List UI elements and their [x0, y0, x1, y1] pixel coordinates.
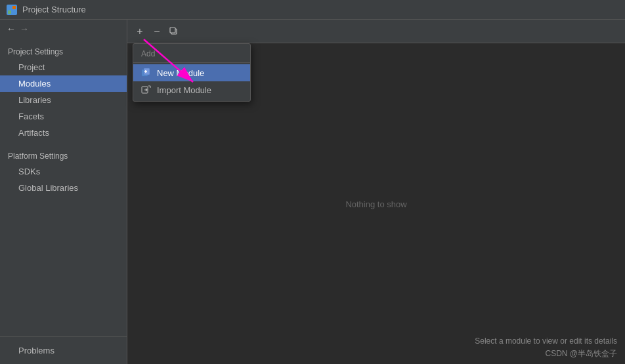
- svg-rect-0: [8, 6, 11, 9]
- sidebar-item-libraries[interactable]: Libraries: [0, 92, 127, 108]
- sidebar-bottom: Problems: [0, 336, 127, 364]
- toolbar: + −: [127, 20, 625, 43]
- dropdown-header: Add: [133, 47, 250, 63]
- import-module-icon: [141, 85, 152, 95]
- remove-button[interactable]: −: [150, 24, 164, 39]
- svg-rect-5: [170, 28, 175, 33]
- dropdown-item-new-module[interactable]: New Module: [133, 64, 250, 81]
- platform-settings-header: Platform Settings: [0, 148, 127, 163]
- sidebar-item-problems[interactable]: Problems: [0, 342, 127, 359]
- sidebar-nav: Project Settings Project Modules Librari…: [0, 38, 127, 201]
- watermark-text: CSDN @半岛铁盒子: [545, 348, 617, 359]
- add-button[interactable]: +: [133, 24, 147, 39]
- nothing-to-show-text: Nothing to show: [345, 199, 406, 209]
- nav-arrows: ← →: [0, 20, 127, 38]
- import-module-label: Import Module: [157, 85, 211, 95]
- copy-button[interactable]: [167, 24, 181, 39]
- title-bar-text: Project Structure: [22, 5, 86, 14]
- new-module-label: New Module: [157, 68, 204, 78]
- sidebar: ← → Project Settings Project Modules Lib…: [0, 20, 127, 364]
- dropdown-item-import-module[interactable]: Import Module: [133, 81, 250, 98]
- back-arrow[interactable]: ←: [7, 24, 16, 34]
- sidebar-item-artifacts[interactable]: Artifacts: [0, 125, 127, 141]
- svg-rect-1: [12, 6, 16, 9]
- sidebar-item-modules[interactable]: Modules: [0, 75, 127, 92]
- dropdown-menu: Add New Module: [133, 43, 251, 102]
- svg-rect-2: [8, 10, 11, 14]
- status-bar: Select a module to view or edit its deta…: [467, 331, 625, 364]
- forward-arrow[interactable]: →: [20, 24, 29, 34]
- title-bar: Project Structure: [0, 0, 625, 20]
- new-module-icon: [141, 68, 152, 78]
- select-module-text: Select a module to view or edit its deta…: [475, 336, 617, 346]
- sidebar-item-sdks[interactable]: SDKs: [0, 163, 127, 180]
- content-area: + − Add New: [127, 20, 625, 364]
- main-layout: ← → Project Settings Project Modules Lib…: [0, 20, 625, 364]
- sidebar-item-facets[interactable]: Facets: [0, 108, 127, 125]
- svg-rect-3: [12, 10, 16, 14]
- project-settings-header: Project Settings: [0, 43, 127, 59]
- app-icon: [7, 5, 17, 15]
- sidebar-item-global-libraries[interactable]: Global Libraries: [0, 180, 127, 196]
- sidebar-item-project[interactable]: Project: [0, 59, 127, 75]
